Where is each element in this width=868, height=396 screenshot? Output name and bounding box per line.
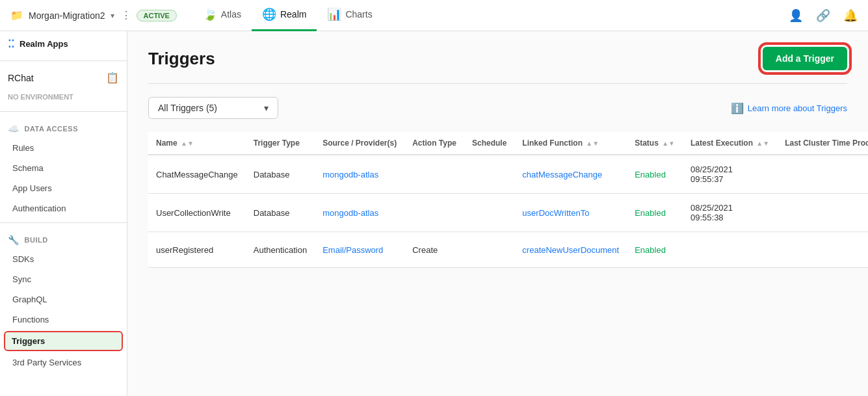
schema-label: Schema [12,163,44,173]
row-last-cluster-time [777,155,868,194]
row-trigger-type: Authentication [246,232,315,268]
filters-row: All Triggers (5) ▾ ℹ️ Learn more about T… [148,97,847,119]
3rd-party-label: 3rd Party Services [12,358,81,367]
row-linked-function[interactable]: chatMessageChange [514,155,627,194]
filter-dropdown[interactable]: All Triggers (5) ▾ [148,97,278,119]
graphql-label: GraphQL [12,295,47,304]
add-trigger-button[interactable]: Add a Trigger [763,47,847,70]
triggers-table: Name ▲▼ Trigger Type Source / Provider(s… [148,132,868,268]
filter-chevron-icon: ▾ [264,103,269,113]
nav-tabs: 🍃 Atlas 🌐 Realm 📊 Charts [192,0,383,31]
sidebar-item-graphql[interactable]: GraphQL [0,289,127,310]
row-name: ChatMessageChange [148,155,246,194]
sidebar-item-3rd-party[interactable]: 3rd Party Services [0,352,127,373]
row-schedule [464,194,514,232]
row-latest-execution [683,232,777,268]
info-icon: ℹ️ [731,102,744,114]
sync-label: Sync [12,274,31,284]
data-access-label: DATA ACCESS [25,125,79,133]
project-more-icon[interactable]: ⋮ [121,9,131,21]
tab-realm[interactable]: 🌐 Realm [252,0,317,31]
row-last-cluster-time [777,232,868,268]
project-name[interactable]: Morgan-Migration2 [29,10,105,21]
row-action-type [404,155,464,194]
app-name-label: RChat [8,73,34,83]
row-status: Enabled [627,155,683,194]
row-trigger-type: Database [246,194,315,232]
function-link[interactable]: createNewUserDocument [522,245,619,255]
project-chevron-icon[interactable]: ▾ [111,11,114,20]
tab-realm-label: Realm [280,9,306,20]
filter-label: All Triggers (5) [158,103,217,113]
sidebar-divider-top [0,60,127,61]
sidebar-item-rules[interactable]: Rules [0,138,127,158]
row-source: mongodb-atlas [315,194,404,232]
sidebar-item-authentication[interactable]: Authentication [0,198,127,218]
authentication-label: Authentication [12,204,66,213]
col-header-last-cluster-time[interactable]: Last Cluster Time Processed ▲▼ [777,132,868,155]
sidebar: ⁚⁚ Realm Apps RChat 📋 NO ENVIRONMENT ☁️ … [0,31,127,396]
function-link[interactable]: chatMessageChange [522,170,602,179]
user-icon[interactable]: 👤 [789,8,803,23]
row-status: Enabled [627,194,683,232]
table-row: userRegistered Authentication Email/Pass… [148,232,868,268]
sidebar-app-name: RChat 📋 [0,65,127,90]
status-badge: ACTIVE [137,10,177,21]
source-link[interactable]: mongodb-atlas [322,208,378,218]
app-copy-icon[interactable]: 📋 [106,72,119,84]
functions-label: Functions [12,315,49,324]
table-header: Name ▲▼ Trigger Type Source / Provider(s… [148,132,868,155]
sidebar-item-app-users[interactable]: App Users [0,178,127,198]
realm-apps-header: ⁚⁚ Realm Apps [0,31,127,57]
learn-more-text: Learn more about Triggers [748,103,847,113]
row-source[interactable]: mongodb-atlas [315,155,404,194]
bell-icon[interactable]: 🔔 [843,8,858,23]
source-link[interactable]: mongodb-atlas [322,170,378,179]
charts-icon: 📊 [327,7,341,21]
tab-atlas[interactable]: 🍃 Atlas [192,0,252,31]
rules-label: Rules [12,143,34,153]
col-header-schedule: Schedule [464,132,514,155]
row-trigger-type: Database [246,155,315,194]
status-badge: Enabled [635,245,666,255]
source-link[interactable]: Email/Password [322,245,383,255]
nav-icons: 👤 🔗 🔔 [789,8,858,23]
sidebar-item-sdks[interactable]: SDKs [0,249,127,269]
row-linked-function: userDocWrittenTo [514,194,627,232]
sidebar-divider-env [0,111,127,112]
sidebar-item-functions[interactable]: Functions [0,310,127,330]
status-badge: Enabled [635,208,666,218]
col-header-latest-execution[interactable]: Latest Execution ▲▼ [683,132,777,155]
row-linked-function: createNewUserDocument [514,232,627,268]
link-icon[interactable]: 🔗 [816,8,830,23]
col-header-source: Source / Provider(s) [315,132,404,155]
tab-charts[interactable]: 📊 Charts [317,0,382,31]
tab-charts-label: Charts [345,9,372,20]
app-users-label: App Users [12,183,52,193]
col-header-status[interactable]: Status ▲▼ [627,132,683,155]
row-latest-execution: 08/25/202109:55:38 [683,194,777,232]
atlas-icon: 🍃 [203,7,217,21]
sidebar-section-data-access: ☁️ DATA ACCESS [0,116,127,138]
row-name: userRegistered [148,232,246,268]
row-name: UserCollectionWrite [148,194,246,232]
build-icon: 🔧 [8,235,20,245]
col-header-linked-function[interactable]: Linked Function ▲▼ [514,132,627,155]
col-header-name[interactable]: Name ▲▼ [148,132,246,155]
realm-apps-label[interactable]: Realm Apps [20,39,68,49]
realm-icon: 🌐 [262,7,276,21]
row-source: Email/Password [315,232,404,268]
sidebar-item-triggers[interactable]: Triggers [4,331,123,351]
page-title: Triggers [148,49,215,69]
col-header-action-type: Action Type [404,132,464,155]
learn-more-link[interactable]: ℹ️ Learn more about Triggers [731,102,847,114]
function-link[interactable]: userDocWrittenTo [522,208,589,218]
tab-atlas-label: Atlas [221,9,241,20]
row-status: Enabled [627,232,683,268]
sidebar-item-schema[interactable]: Schema [0,158,127,178]
name-sort-icon: ▲▼ [181,140,194,147]
data-access-icon: ☁️ [8,124,20,134]
main-content: Triggers Add a Trigger All Triggers (5) … [127,31,868,396]
sidebar-item-sync[interactable]: Sync [0,269,127,289]
sidebar-divider-build [0,222,127,223]
